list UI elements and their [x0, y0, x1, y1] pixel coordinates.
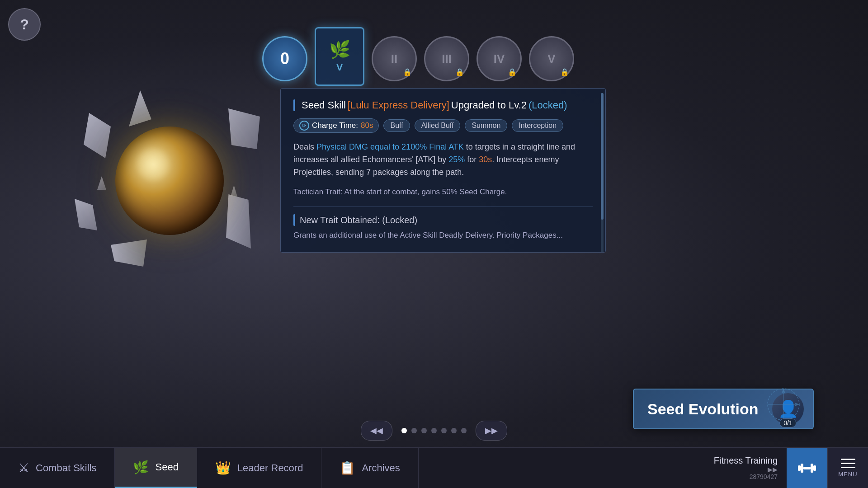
dot-1[interactable] — [411, 428, 417, 433]
seed-tab-v-label: V — [336, 61, 343, 73]
skill-tab-3[interactable]: III 🔒 — [424, 36, 469, 81]
tags-row: ⟳ Charge Time: 80s Buff Allied Buff Summ… — [293, 118, 593, 133]
seed-orb — [115, 127, 224, 235]
svg-rect-6 — [813, 465, 816, 471]
svg-rect-5 — [798, 465, 801, 471]
fitness-icon — [797, 458, 817, 478]
new-trait-body: Grants an additional use of the Active S… — [293, 230, 593, 241]
combat-skills-icon: ⚔ — [18, 460, 29, 475]
menu-line-1 — [841, 459, 855, 460]
skill-tabs-container: 0 🌿 V II 🔒 III 🔒 IV 🔒 V 🔒 — [262, 27, 574, 81]
tab-archives[interactable]: 📋 Archives — [321, 448, 418, 488]
charge-icon: ⟳ — [299, 121, 309, 131]
new-trait-title-text: New Trait Obtained: (Locked) — [300, 215, 417, 225]
skill-tab-circle-2: II 🔒 — [372, 36, 417, 81]
new-trait-accent — [293, 214, 295, 226]
desc-duration: 30s — [479, 155, 492, 164]
help-icon: ? — [20, 16, 29, 33]
shard-small-2 — [231, 185, 237, 197]
archives-icon: 📋 — [340, 460, 355, 475]
description-text: Deals Physical DMG equal to 2100% Final … — [293, 141, 593, 179]
lock-icon-4: 🔒 — [508, 68, 517, 76]
shard-right-top — [228, 108, 260, 149]
shard-left-top — [84, 113, 111, 158]
evo-avatar-container: 👤 0/1 — [772, 393, 804, 425]
title-locked: (Locked) — [528, 99, 567, 111]
title-accent — [293, 99, 295, 111]
tab-seed[interactable]: 🌿 Seed — [115, 448, 197, 488]
seed-icon: 🌿 — [133, 460, 149, 475]
desc-packages: 7 — [366, 168, 371, 177]
desc-physical-dmg: Physical DMG equal to 2100% Final ATK — [316, 142, 464, 151]
new-trait-title: New Trait Obtained: (Locked) — [293, 214, 593, 226]
tab-combat-skills[interactable]: ⚔ Combat Skills — [0, 448, 115, 488]
evo-counter: 0/1 — [779, 418, 796, 427]
svg-rect-9 — [803, 467, 811, 469]
leader-record-icon: 👑 — [215, 460, 231, 475]
help-button[interactable]: ? — [8, 8, 41, 41]
fitness-button[interactable] — [787, 448, 827, 488]
prev-button[interactable]: ◀◀ — [361, 421, 392, 441]
seed-orb-container — [93, 104, 246, 258]
tab-5-label: V — [547, 52, 555, 66]
charge-label: Charge Time: — [312, 121, 358, 130]
seed-evolution-label: Seed Evolution — [647, 400, 759, 418]
skill-tab-circle-5: V 🔒 — [529, 36, 574, 81]
tab-leader-record[interactable]: 👑 Leader Record — [197, 448, 322, 488]
shard-bottom — [111, 239, 147, 267]
info-panel: Seed Skill [Lulu Express Delivery] Upgra… — [280, 88, 606, 253]
seed-label: Seed — [155, 461, 178, 473]
dot-5[interactable] — [451, 428, 457, 433]
charge-time-tag: ⟳ Charge Time: 80s — [293, 118, 379, 133]
dot-6[interactable] — [461, 428, 467, 433]
tag-summon: Summon — [465, 119, 507, 132]
character-area — [45, 45, 294, 316]
fitness-section: Fitness Training ▶▶ 28790427 MENU — [705, 448, 868, 488]
next-button[interactable]: ▶▶ — [476, 421, 507, 441]
shard-left-bottom — [75, 199, 97, 230]
skill-tab-2[interactable]: II 🔒 — [372, 36, 417, 81]
info-panel-title: Seed Skill [Lulu Express Delivery] Upgra… — [293, 99, 593, 111]
dot-0[interactable] — [401, 428, 407, 433]
shard-right-bottom — [226, 194, 251, 249]
menu-line-3 — [841, 467, 855, 468]
lock-icon-3: 🔒 — [455, 68, 464, 76]
tab-2-label: II — [391, 52, 397, 66]
skill-tab-v-selected[interactable]: 🌿 V — [315, 27, 364, 86]
tab-3-label: III — [442, 52, 452, 66]
dot-3[interactable] — [431, 428, 437, 433]
seed-tab-icon: 🌿 — [329, 40, 350, 60]
charge-clock: ⟳ — [302, 122, 307, 129]
menu-line-2 — [841, 463, 855, 464]
fitness-title: Fitness Training — [714, 455, 778, 466]
navigation-area: ◀◀ ▶▶ — [361, 421, 507, 441]
nav-dots — [401, 428, 467, 433]
dot-4[interactable] — [441, 428, 447, 433]
svg-rect-8 — [811, 464, 813, 473]
title-prefix: Seed Skill — [302, 99, 346, 111]
menu-label: MENU — [838, 471, 857, 478]
desc-atk-percent: 25% — [448, 155, 465, 164]
scrollbar[interactable] — [601, 93, 604, 253]
title-highlight: [Lulu Express Delivery] — [348, 99, 449, 111]
fitness-id: 28790427 — [750, 473, 778, 480]
svg-rect-7 — [801, 464, 803, 473]
dot-2[interactable] — [421, 428, 427, 433]
tag-interception: Interception — [512, 119, 563, 132]
skill-tab-4[interactable]: IV 🔒 — [476, 36, 522, 81]
shard-small-1 — [97, 176, 106, 190]
scroll-thumb — [601, 93, 604, 220]
tag-allied-buff: Allied Buff — [415, 119, 461, 132]
new-trait-section: New Trait Obtained: (Locked) Grants an a… — [293, 206, 593, 241]
bottom-bar: ⚔ Combat Skills 🌿 Seed 👑 Leader Record 📋… — [0, 447, 868, 488]
archives-label: Archives — [362, 462, 400, 474]
combat-skills-label: Combat Skills — [36, 462, 96, 474]
leader-record-label: Leader Record — [237, 462, 303, 474]
menu-button[interactable]: MENU — [827, 448, 868, 488]
skill-tab-5[interactable]: V 🔒 — [529, 36, 574, 81]
tag-buff: Buff — [383, 119, 410, 132]
fitness-label: Fitness Training ▶▶ 28790427 — [705, 455, 787, 480]
charge-value: 80s — [361, 121, 373, 130]
seed-evolution-button[interactable]: Seed Evolution 👤 0/1 — [633, 389, 814, 429]
lock-icon-2: 🔒 — [403, 68, 412, 76]
